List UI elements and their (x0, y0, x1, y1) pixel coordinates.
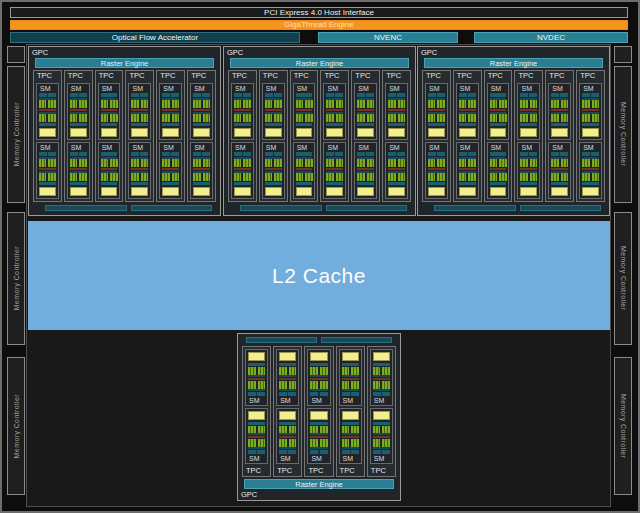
sm-core-block (490, 112, 507, 122)
sm-divider (582, 109, 599, 111)
core-cell (342, 426, 350, 434)
core-cell (326, 114, 333, 122)
sm-core-block (131, 157, 148, 167)
sm-register-bar (388, 187, 405, 196)
sm-register-bar (357, 128, 374, 137)
sm-register-bar (373, 352, 390, 361)
core-cell (48, 159, 55, 167)
tpc-label: TPC (323, 71, 346, 81)
tpc-label: TPC (456, 71, 479, 81)
sm-core-block (520, 112, 537, 122)
sm-core-block (193, 171, 210, 181)
core-cell (172, 114, 179, 122)
sm-core-block (296, 112, 313, 122)
memory-controller-label: Memory Controller (13, 394, 20, 458)
sm-core-block (279, 367, 296, 377)
sm-divider (428, 168, 445, 170)
sm-core-block (373, 439, 390, 449)
sm-register-bar (70, 187, 87, 196)
core-cell (468, 173, 475, 181)
sm-register-bar (279, 411, 296, 420)
core-cell (310, 426, 318, 434)
sm-core-block (520, 98, 537, 108)
core-cell (70, 173, 77, 181)
core-cell (258, 367, 266, 375)
sm-divider (388, 109, 405, 111)
core-cell (582, 159, 589, 167)
core-cell (289, 367, 297, 375)
core-cell (382, 367, 390, 375)
core-cell (101, 173, 108, 181)
sm-scheduler-bar (296, 93, 313, 97)
sm-core-block (342, 439, 359, 449)
sm-unit: SM (370, 408, 393, 465)
tpc-block: TPCSMSM (545, 70, 574, 202)
tpc-block: TPCSMSM (514, 70, 543, 202)
tpc-block: TPCSMSM (187, 70, 216, 202)
rop-bar (246, 337, 317, 343)
sm-core-block (193, 98, 210, 108)
sm-ldst-bar (162, 123, 179, 126)
tpc-label: TPC (276, 466, 299, 476)
memory-controller-label: Memory Controller (620, 102, 627, 166)
core-cell (561, 100, 568, 108)
sm-core-block (428, 98, 445, 108)
sm-core-block (582, 98, 599, 108)
sm-register-bar (342, 352, 359, 361)
sm-core-block (279, 439, 296, 449)
tpc-block: TPCSMSM (259, 70, 288, 202)
sm-core-block (357, 98, 374, 108)
sm-label: SM (264, 143, 283, 152)
core-cell (459, 100, 466, 108)
sm-register-bar (326, 187, 343, 196)
sm-ldst-bar (551, 182, 568, 185)
sm-label: SM (341, 396, 360, 405)
raster-engine-label: Raster Engine (295, 480, 343, 489)
core-cell (398, 114, 405, 122)
sm-divider (551, 109, 568, 111)
sm-ldst-bar (459, 182, 476, 185)
sm-divider (162, 109, 179, 111)
sm-ldst-bar (490, 182, 507, 185)
core-cell (398, 173, 405, 181)
raster-engine-bar: Raster Engine (244, 479, 394, 489)
core-cell (193, 159, 200, 167)
gpc-label: GPC (238, 489, 257, 500)
core-cell (258, 381, 266, 389)
core-cell (437, 100, 444, 108)
sm-core-block (551, 171, 568, 181)
sm-register-bar (279, 352, 296, 361)
core-cell (320, 367, 328, 375)
gpc-block: GPCRaster EngineTPCSMSMTPCSMSMTPCSMSMTPC… (237, 333, 401, 501)
sm-unit: SM (370, 349, 393, 406)
core-cell (274, 173, 281, 181)
memory-controller-bar: Memory Controller (614, 357, 632, 495)
sm-register-bar (310, 411, 327, 420)
core-cell (203, 173, 210, 181)
sm-divider (357, 168, 374, 170)
sm-ldst-bar (131, 182, 148, 185)
core-cell (336, 159, 343, 167)
sm-ldst-bar (373, 422, 390, 425)
sm-core-block (279, 381, 296, 391)
core-cell (342, 381, 350, 389)
sm-ldst-bar (39, 123, 56, 126)
core-cell (172, 100, 179, 108)
core-cell (193, 114, 200, 122)
sm-register-bar (234, 187, 251, 196)
sm-unit: SM (517, 83, 540, 140)
sm-ldst-bar (279, 422, 296, 425)
sm-ldst-bar (70, 182, 87, 185)
core-cell (468, 114, 475, 122)
sm-register-bar (428, 128, 445, 137)
sm-register-bar (265, 187, 282, 196)
sm-core-block (265, 171, 282, 181)
tpc-block: TPCSMSM (125, 70, 154, 202)
tpc-block: TPCSMSM (382, 70, 411, 202)
core-cell (70, 159, 77, 167)
sm-unit: SM (456, 142, 479, 199)
core-cell (357, 159, 364, 167)
sm-ldst-bar (520, 123, 537, 126)
raster-engine-label: Raster Engine (490, 59, 538, 68)
core-cell (490, 159, 497, 167)
